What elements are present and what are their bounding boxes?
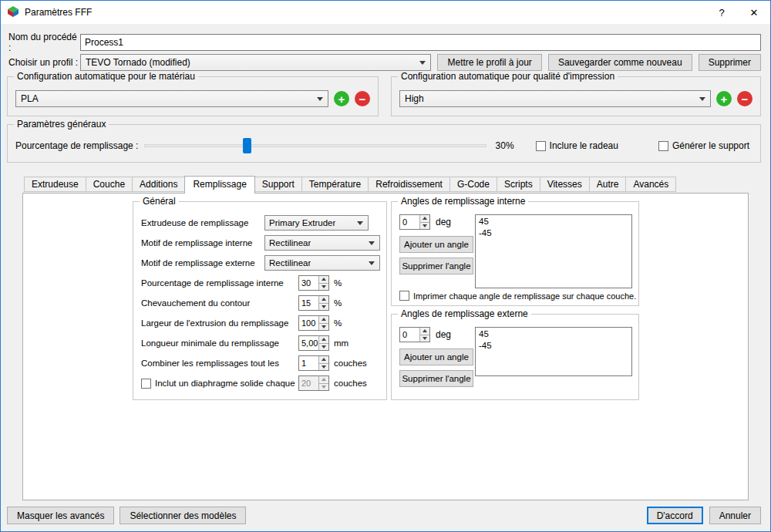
generate-support-label: Générer le support xyxy=(672,140,749,151)
tab-bar: Extrudeuse Couche Additions Remplissage … xyxy=(24,176,675,194)
delete-profile-button[interactable]: Supprimer xyxy=(699,54,761,71)
spin-up-button[interactable] xyxy=(420,215,429,222)
external-pattern-value: Rectilinear xyxy=(269,258,311,268)
infill-slider[interactable] xyxy=(144,137,486,154)
tab-extrudeuse[interactable]: Extrudeuse xyxy=(24,177,86,192)
spin-down-button[interactable] xyxy=(319,303,328,311)
unit-label: % xyxy=(334,298,380,308)
tab-scripts[interactable]: Scripts xyxy=(497,177,540,192)
list-item[interactable]: 45 xyxy=(479,328,628,340)
spin-down-button[interactable] xyxy=(319,283,328,291)
arrow-down-icon xyxy=(322,365,326,369)
tab-refroidissement[interactable]: Refroidissement xyxy=(368,177,450,192)
add-quality-button[interactable]: + xyxy=(716,91,732,106)
help-button[interactable]: ? xyxy=(705,1,738,24)
internal-angle-spinner[interactable] xyxy=(399,214,430,230)
combine-infill-input[interactable] xyxy=(299,356,318,370)
external-angle-input[interactable] xyxy=(400,328,419,342)
internal-infill-percent-spinner[interactable] xyxy=(298,275,329,291)
internal-pattern-row: Motif de remplissage interne Rectilinear xyxy=(141,233,380,253)
min-infill-length-spinner[interactable] xyxy=(298,335,329,351)
tab-temperature[interactable]: Température xyxy=(301,177,369,192)
internal-angles-list[interactable]: 45 -45 xyxy=(475,214,632,288)
quality-select[interactable]: High xyxy=(399,90,711,107)
infill-slider-handle[interactable] xyxy=(243,138,251,153)
internal-angle-input[interactable] xyxy=(400,215,419,229)
auto-quality-group: Configuration automatique pour qualité d… xyxy=(391,76,761,116)
select-models-button[interactable]: Sélectionner des modèles xyxy=(120,507,246,524)
spin-down-button[interactable] xyxy=(319,343,328,351)
solid-diaphragm-checkbox[interactable] xyxy=(141,379,151,389)
material-select[interactable]: PLA xyxy=(15,90,328,107)
spin-down-button[interactable] xyxy=(420,335,429,342)
tab-additions[interactable]: Additions xyxy=(132,177,185,192)
remplissage-tab-panel: Général Extrudeuse de remplissage Primar… xyxy=(22,193,749,500)
ok-button[interactable]: D'accord xyxy=(647,507,703,524)
tab-autre[interactable]: Autre xyxy=(589,177,627,192)
profile-select[interactable]: TEVO Tornado (modified) xyxy=(80,54,431,71)
list-item[interactable]: -45 xyxy=(479,340,628,352)
add-material-button[interactable]: + xyxy=(334,91,349,106)
external-pattern-select[interactable]: Rectilinear xyxy=(264,255,380,271)
tab-remplissage[interactable]: Remplissage xyxy=(184,176,254,194)
spin-up-button[interactable] xyxy=(319,276,328,283)
infill-slider-track[interactable] xyxy=(144,144,486,147)
outline-overlap-spinner[interactable] xyxy=(298,295,329,311)
include-raft-checkbox[interactable] xyxy=(536,141,546,151)
deg-unit-label: deg xyxy=(436,217,451,227)
arrow-up-icon xyxy=(322,378,326,381)
external-pattern-label: Motif de remplissage externe xyxy=(141,258,264,268)
tab-vitesses[interactable]: Vitesses xyxy=(540,177,590,192)
spin-up-button[interactable] xyxy=(319,356,328,363)
spin-up-button[interactable] xyxy=(319,316,328,323)
spin-down-button[interactable] xyxy=(319,323,328,331)
process-name-input[interactable] xyxy=(80,34,761,51)
spin-up-button[interactable] xyxy=(319,296,328,303)
chevron-down-icon xyxy=(699,97,705,101)
internal-infill-percent-input[interactable] xyxy=(299,276,318,290)
print-every-angle-checkbox[interactable] xyxy=(399,291,409,301)
update-profile-button[interactable]: Mettre le profil à jour xyxy=(437,54,541,71)
external-angles-list[interactable]: 45 -45 xyxy=(475,327,632,376)
infill-extruder-select[interactable]: Primary Extruder xyxy=(264,215,369,231)
arrow-down-icon xyxy=(423,224,427,227)
spin-down-button[interactable] xyxy=(319,363,328,371)
deg-unit-label: deg xyxy=(436,329,451,340)
cancel-button[interactable]: Annuler xyxy=(709,507,761,524)
external-remove-angle-button[interactable]: Supprimer l'angle xyxy=(399,370,473,387)
solid-diaphragm-input xyxy=(299,376,318,390)
min-infill-length-input[interactable] xyxy=(299,336,318,350)
tab-couche[interactable]: Couche xyxy=(86,177,133,192)
chevron-down-icon xyxy=(369,241,375,245)
hide-advanced-button[interactable]: Masquer les avancés xyxy=(7,507,114,524)
remove-quality-button[interactable]: − xyxy=(737,91,752,106)
save-as-new-button[interactable]: Sauvegarder comme nouveau xyxy=(548,54,692,71)
external-angle-spinner[interactable] xyxy=(399,327,430,342)
list-item[interactable]: -45 xyxy=(479,227,628,239)
external-add-angle-button[interactable]: Ajouter un angle xyxy=(399,348,473,365)
internal-add-angle-button[interactable]: Ajouter un angle xyxy=(399,236,473,253)
spin-up-button[interactable] xyxy=(420,328,429,335)
tab-gcode[interactable]: G-Code xyxy=(449,177,497,192)
remove-material-button[interactable]: − xyxy=(355,91,370,106)
tab-avances[interactable]: Avancés xyxy=(625,177,676,192)
arrow-down-icon xyxy=(423,337,427,340)
tab-support[interactable]: Support xyxy=(254,177,302,192)
infill-percentage-label: Pourcentage de remplissage : xyxy=(15,140,138,151)
combine-infill-spinner[interactable] xyxy=(298,355,329,371)
outline-overlap-input[interactable] xyxy=(299,296,318,310)
combine-infill-label: Combiner les remplissages tout les xyxy=(141,359,298,368)
internal-remove-angle-button[interactable]: Supprimer l'angle xyxy=(399,258,473,274)
infill-extrusion-width-spinner[interactable] xyxy=(298,315,329,331)
generate-support-checkbox[interactable] xyxy=(658,141,668,151)
internal-pattern-select[interactable]: Rectilinear xyxy=(264,235,380,251)
settings-tab-control: Extrudeuse Couche Additions Remplissage … xyxy=(22,176,749,500)
unit-label: couches xyxy=(334,379,380,388)
list-item[interactable]: 45 xyxy=(479,216,628,227)
close-button[interactable]: ✕ xyxy=(738,1,770,24)
spin-up-button[interactable] xyxy=(319,336,328,343)
quality-selected-value: High xyxy=(405,93,424,104)
spin-down-button[interactable] xyxy=(420,222,429,230)
chevron-down-icon xyxy=(419,61,426,65)
infill-extrusion-width-input[interactable] xyxy=(299,316,318,330)
